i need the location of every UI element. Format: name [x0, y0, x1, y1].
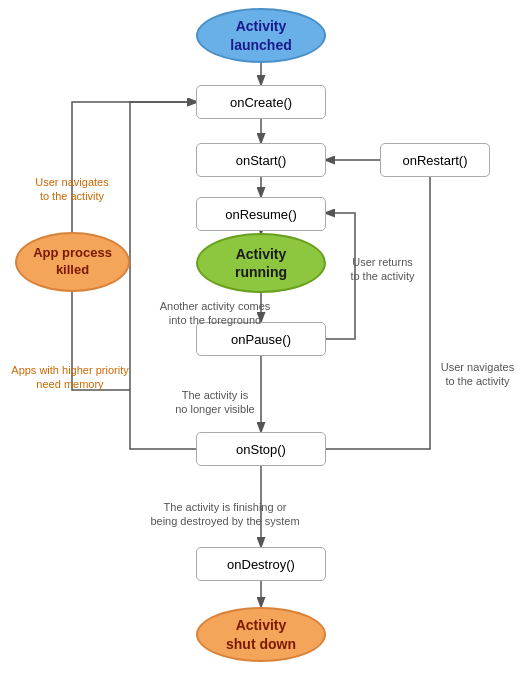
on-resume-node: onResume()	[196, 197, 326, 231]
activity-running-node: Activityrunning	[196, 233, 326, 293]
app-process-killed-label: App processkilled	[33, 245, 112, 279]
user-returns-label: User returnsto the activity	[335, 255, 430, 284]
user-navigates2-label: User navigatesto the activity	[435, 360, 520, 389]
on-start-node: onStart()	[196, 143, 326, 177]
on-restart-node: onRestart()	[380, 143, 490, 177]
on-pause-label: onPause()	[231, 332, 291, 347]
activity-launched-node: Activitylaunched	[196, 8, 326, 63]
activity-shutdown-label: Activityshut down	[226, 616, 296, 652]
no-longer-visible-label: The activity isno longer visible	[145, 388, 285, 417]
finishing-label: The activity is finishing orbeing destro…	[140, 500, 310, 529]
activity-launched-label: Activitylaunched	[230, 17, 291, 53]
on-destroy-node: onDestroy()	[196, 547, 326, 581]
on-stop-label: onStop()	[236, 442, 286, 457]
activity-running-label: Activityrunning	[235, 245, 287, 281]
on-create-node: onCreate()	[196, 85, 326, 119]
apps-higher-priority-label: Apps with higher priorityneed memory	[10, 363, 130, 392]
activity-shutdown-node: Activityshut down	[196, 607, 326, 662]
on-restart-label: onRestart()	[402, 153, 467, 168]
user-navigates-label: User navigatesto the activity	[22, 175, 122, 204]
on-create-label: onCreate()	[230, 95, 292, 110]
on-stop-node: onStop()	[196, 432, 326, 466]
app-process-killed-node: App processkilled	[15, 232, 130, 292]
another-activity-label: Another activity comesinto the foregroun…	[145, 299, 285, 328]
on-start-label: onStart()	[236, 153, 287, 168]
on-resume-label: onResume()	[225, 207, 297, 222]
on-destroy-label: onDestroy()	[227, 557, 295, 572]
activity-lifecycle-diagram: Activitylaunched onCreate() onStart() on…	[0, 0, 523, 673]
